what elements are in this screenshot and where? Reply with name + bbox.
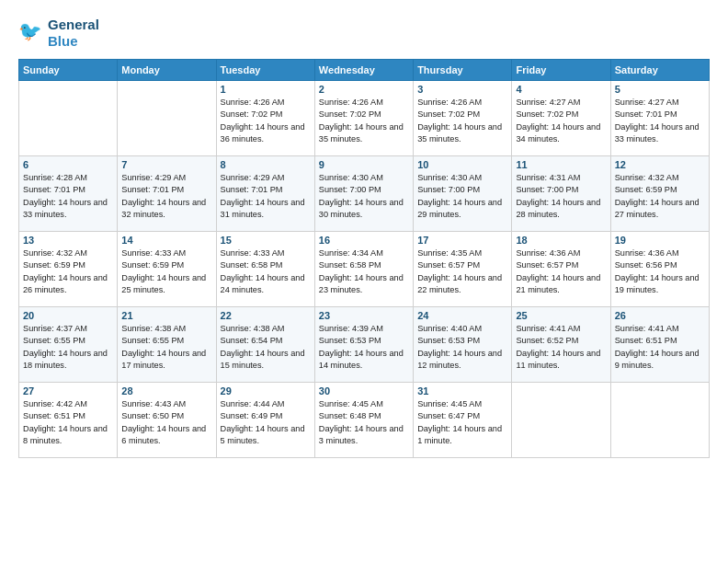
daylight-text: Daylight: 14 hours and 30 minutes. <box>319 198 404 219</box>
daylight-text: Daylight: 14 hours and 29 minutes. <box>417 198 502 219</box>
sunset-text: Sunset: 7:02 PM <box>417 109 480 119</box>
calendar-cell: 4Sunrise: 4:27 AMSunset: 7:02 PMDaylight… <box>512 81 610 156</box>
day-info: Sunrise: 4:38 AMSunset: 6:54 PMDaylight:… <box>221 323 311 372</box>
calendar-cell: 15Sunrise: 4:33 AMSunset: 6:58 PMDayligh… <box>216 232 314 307</box>
day-number: 26 <box>615 310 705 321</box>
calendar-cell: 29Sunrise: 4:44 AMSunset: 6:49 PMDayligh… <box>216 383 314 458</box>
sunrise-text: Sunrise: 4:26 AM <box>417 98 482 107</box>
sunrise-text: Sunrise: 4:26 AM <box>221 98 285 107</box>
calendar-cell: 22Sunrise: 4:38 AMSunset: 6:54 PMDayligh… <box>216 307 314 383</box>
sunset-text: Sunset: 6:59 PM <box>615 185 677 194</box>
calendar-week-row: 20Sunrise: 4:37 AMSunset: 6:55 PMDayligh… <box>19 307 710 383</box>
sunrise-text: Sunrise: 4:37 AM <box>23 324 87 333</box>
sunset-text: Sunset: 6:58 PM <box>221 260 283 270</box>
sunrise-text: Sunrise: 4:40 AM <box>417 324 482 333</box>
svg-text:🐦: 🐦 <box>18 20 42 43</box>
sunset-text: Sunset: 6:53 PM <box>417 336 480 345</box>
calendar-cell: 10Sunrise: 4:30 AMSunset: 7:00 PMDayligh… <box>414 156 512 232</box>
calendar-week-row: 27Sunrise: 4:42 AMSunset: 6:51 PMDayligh… <box>19 383 710 458</box>
day-info: Sunrise: 4:27 AMSunset: 7:01 PMDaylight:… <box>615 97 705 145</box>
sunset-text: Sunset: 6:55 PM <box>121 336 184 345</box>
calendar-cell: 16Sunrise: 4:34 AMSunset: 6:58 PMDayligh… <box>314 232 413 307</box>
day-number: 5 <box>615 84 705 95</box>
sunset-text: Sunset: 6:48 PM <box>319 411 381 420</box>
calendar-cell: 2Sunrise: 4:26 AMSunset: 7:02 PMDaylight… <box>314 81 413 156</box>
day-number: 4 <box>516 84 606 95</box>
daylight-text: Daylight: 14 hours and 19 minutes. <box>615 273 700 294</box>
calendar-day-header: Saturday <box>610 60 709 81</box>
day-info: Sunrise: 4:26 AMSunset: 7:02 PMDaylight:… <box>319 97 409 145</box>
day-number: 31 <box>417 385 507 396</box>
calendar-cell: 28Sunrise: 4:43 AMSunset: 6:50 PMDayligh… <box>118 383 216 458</box>
calendar-cell: 24Sunrise: 4:40 AMSunset: 6:53 PMDayligh… <box>414 307 512 383</box>
daylight-text: Daylight: 14 hours and 33 minutes. <box>615 122 700 144</box>
daylight-text: Daylight: 14 hours and 5 minutes. <box>221 424 305 445</box>
calendar-cell: 6Sunrise: 4:28 AMSunset: 7:01 PMDaylight… <box>19 156 118 232</box>
calendar-week-row: 13Sunrise: 4:32 AMSunset: 6:59 PMDayligh… <box>19 232 710 307</box>
sunrise-text: Sunrise: 4:35 AM <box>417 248 482 258</box>
calendar-week-row: 1Sunrise: 4:26 AMSunset: 7:02 PMDaylight… <box>19 81 710 156</box>
sunset-text: Sunset: 7:01 PM <box>121 185 184 194</box>
daylight-text: Daylight: 14 hours and 3 minutes. <box>319 424 404 445</box>
calendar-day-header: Wednesday <box>314 60 413 81</box>
day-number: 19 <box>615 235 705 246</box>
sunrise-text: Sunrise: 4:45 AM <box>417 399 482 408</box>
day-info: Sunrise: 4:40 AMSunset: 6:53 PMDaylight:… <box>417 323 507 372</box>
sunset-text: Sunset: 6:59 PM <box>23 260 85 270</box>
sunset-text: Sunset: 6:58 PM <box>319 260 381 270</box>
day-number: 14 <box>121 235 211 246</box>
sunset-text: Sunset: 7:02 PM <box>319 109 381 119</box>
day-number: 3 <box>417 84 507 95</box>
daylight-text: Daylight: 14 hours and 1 minute. <box>417 424 502 445</box>
sunrise-text: Sunrise: 4:31 AM <box>516 173 580 182</box>
calendar-cell <box>19 81 118 156</box>
sunset-text: Sunset: 6:51 PM <box>23 411 85 420</box>
day-info: Sunrise: 4:32 AMSunset: 6:59 PMDaylight:… <box>23 247 113 296</box>
sunrise-text: Sunrise: 4:29 AM <box>221 173 285 182</box>
calendar-cell: 13Sunrise: 4:32 AMSunset: 6:59 PMDayligh… <box>19 232 118 307</box>
sunrise-text: Sunrise: 4:29 AM <box>121 173 186 182</box>
day-info: Sunrise: 4:38 AMSunset: 6:55 PMDaylight:… <box>121 323 211 372</box>
calendar-cell: 3Sunrise: 4:26 AMSunset: 7:02 PMDaylight… <box>414 81 512 156</box>
daylight-text: Daylight: 14 hours and 34 minutes. <box>516 122 600 144</box>
daylight-text: Daylight: 14 hours and 35 minutes. <box>319 122 404 144</box>
daylight-text: Daylight: 14 hours and 31 minutes. <box>221 198 305 219</box>
sunset-text: Sunset: 7:02 PM <box>516 109 578 119</box>
day-number: 8 <box>221 159 311 170</box>
day-number: 20 <box>23 310 113 321</box>
day-info: Sunrise: 4:37 AMSunset: 6:55 PMDaylight:… <box>23 323 113 372</box>
daylight-text: Daylight: 14 hours and 18 minutes. <box>23 349 108 370</box>
logo-icon: 🐦 <box>18 20 44 46</box>
day-number: 16 <box>319 235 409 246</box>
day-info: Sunrise: 4:30 AMSunset: 7:00 PMDaylight:… <box>319 172 409 221</box>
sunset-text: Sunset: 6:55 PM <box>23 336 85 345</box>
daylight-text: Daylight: 14 hours and 28 minutes. <box>516 198 600 219</box>
calendar-cell: 1Sunrise: 4:26 AMSunset: 7:02 PMDaylight… <box>216 81 314 156</box>
day-info: Sunrise: 4:35 AMSunset: 6:57 PMDaylight:… <box>417 247 507 296</box>
calendar-cell: 31Sunrise: 4:45 AMSunset: 6:47 PMDayligh… <box>414 383 512 458</box>
day-number: 10 <box>417 159 507 170</box>
sunrise-text: Sunrise: 4:44 AM <box>221 399 285 408</box>
daylight-text: Daylight: 14 hours and 17 minutes. <box>121 349 206 370</box>
day-number: 27 <box>23 385 113 396</box>
sunset-text: Sunset: 6:47 PM <box>417 411 480 420</box>
sunrise-text: Sunrise: 4:33 AM <box>121 248 186 258</box>
calendar-cell <box>512 383 610 458</box>
sunset-text: Sunset: 7:01 PM <box>615 109 677 119</box>
day-number: 11 <box>516 159 606 170</box>
day-number: 24 <box>417 310 507 321</box>
day-info: Sunrise: 4:36 AMSunset: 6:57 PMDaylight:… <box>516 247 606 296</box>
day-info: Sunrise: 4:41 AMSunset: 6:51 PMDaylight:… <box>615 323 705 372</box>
day-info: Sunrise: 4:32 AMSunset: 6:59 PMDaylight:… <box>615 172 705 221</box>
day-number: 9 <box>319 159 409 170</box>
calendar-cell: 12Sunrise: 4:32 AMSunset: 6:59 PMDayligh… <box>610 156 709 232</box>
calendar-day-header: Sunday <box>19 60 118 81</box>
sunrise-text: Sunrise: 4:27 AM <box>615 98 679 107</box>
sunrise-text: Sunrise: 4:45 AM <box>319 399 383 408</box>
day-number: 29 <box>221 385 311 396</box>
calendar-cell: 23Sunrise: 4:39 AMSunset: 6:53 PMDayligh… <box>314 307 413 383</box>
sunset-text: Sunset: 6:50 PM <box>121 411 184 420</box>
daylight-text: Daylight: 14 hours and 11 minutes. <box>516 349 600 370</box>
day-info: Sunrise: 4:30 AMSunset: 7:00 PMDaylight:… <box>417 172 507 221</box>
day-info: Sunrise: 4:26 AMSunset: 7:02 PMDaylight:… <box>221 97 311 145</box>
